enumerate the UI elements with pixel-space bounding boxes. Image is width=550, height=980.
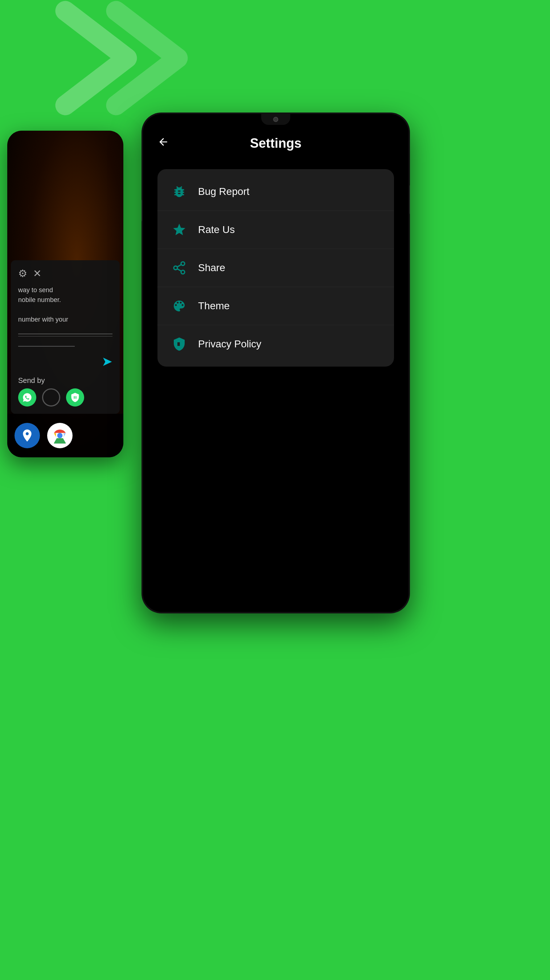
star-icon bbox=[170, 221, 188, 239]
settings-screen: Settings Bug Report bbox=[143, 114, 409, 612]
theme-label: Theme bbox=[198, 300, 230, 312]
camera-dot bbox=[273, 117, 278, 122]
left-side-button bbox=[141, 200, 142, 221]
left-bottom-bar bbox=[7, 414, 123, 457]
share-item[interactable]: Share bbox=[157, 249, 394, 287]
send-by-label: Send by bbox=[18, 376, 113, 385]
gear-icon: ⚙ bbox=[18, 267, 27, 280]
chrome-icon[interactable] bbox=[47, 423, 73, 448]
share-icon bbox=[170, 259, 188, 277]
business-whatsapp-icon[interactable] bbox=[66, 388, 84, 407]
rate-us-item[interactable]: Rate Us bbox=[157, 211, 394, 249]
right-phone: Settings Bug Report bbox=[141, 113, 410, 613]
privacy-icon bbox=[170, 336, 188, 353]
bug-report-item[interactable]: Bug Report bbox=[157, 173, 394, 211]
empty-circle-icon bbox=[42, 388, 60, 407]
close-icon: ✕ bbox=[33, 267, 41, 280]
theme-item[interactable]: Theme bbox=[157, 287, 394, 325]
bug-report-label: Bug Report bbox=[198, 186, 250, 197]
blue-app-icon[interactable] bbox=[14, 423, 40, 448]
privacy-policy-item[interactable]: Privacy Policy bbox=[157, 325, 394, 363]
popup-text: way to send nobile number. number with y… bbox=[18, 285, 113, 325]
page-title: Settings bbox=[250, 136, 302, 151]
privacy-policy-label: Privacy Policy bbox=[198, 338, 261, 350]
svg-line-4 bbox=[177, 269, 181, 272]
back-button[interactable] bbox=[157, 136, 169, 151]
bug-icon bbox=[170, 183, 188, 200]
whatsapp-icon[interactable] bbox=[18, 388, 36, 407]
send-button[interactable]: ➤ bbox=[102, 354, 113, 369]
share-label: Share bbox=[198, 262, 225, 274]
theme-icon bbox=[170, 297, 188, 315]
settings-menu-card: Bug Report Rate Us bbox=[157, 169, 394, 367]
popup-input bbox=[18, 332, 113, 336]
left-phone: ⚙ ✕ way to send nobile number. number wi… bbox=[7, 130, 123, 457]
left-popup: ⚙ ✕ way to send nobile number. number wi… bbox=[11, 260, 120, 414]
svg-point-0 bbox=[57, 433, 63, 439]
svg-line-5 bbox=[177, 265, 181, 267]
power-button bbox=[409, 185, 410, 214]
phone-notch bbox=[261, 114, 290, 125]
rate-us-label: Rate Us bbox=[198, 224, 235, 235]
